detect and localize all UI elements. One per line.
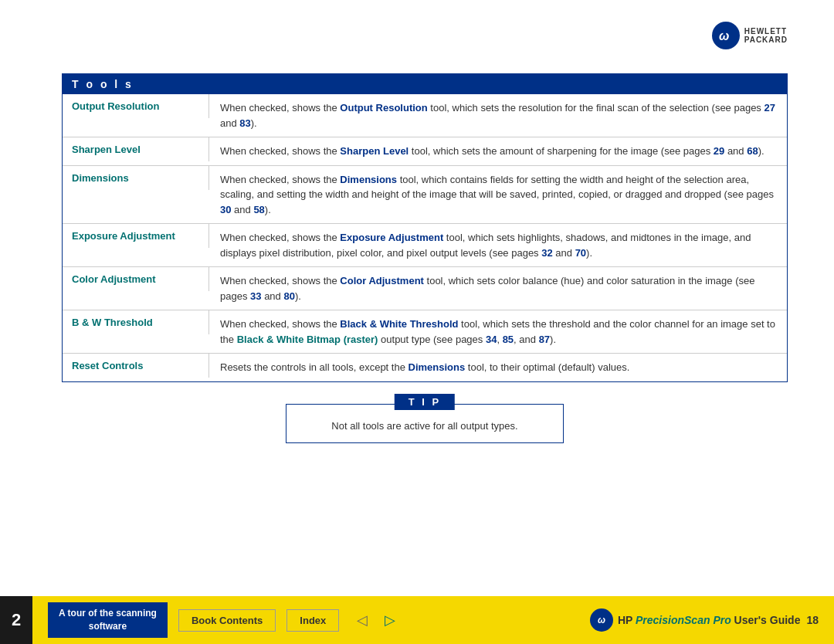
tip-header: T I P — [395, 394, 455, 410]
link-page-85[interactable]: 85 — [503, 334, 514, 345]
tool-name-color-adjustment: Color Adjustment — [63, 267, 209, 291]
hp-logo-line2: PACKARD — [744, 36, 788, 44]
prev-page-button[interactable]: ◁ — [350, 608, 375, 632]
book-contents-button[interactable]: Book Contents — [178, 609, 276, 632]
page-number-right: 18 — [806, 614, 819, 626]
hp-label: HP — [618, 614, 632, 626]
tool-name-exposure-adjustment: Exposure Adjustment — [63, 224, 209, 248]
link-page-30[interactable]: 30 — [220, 204, 231, 215]
right-arrow-icon: ▷ — [385, 612, 395, 629]
hp-logo-line1: HEWLETT — [744, 27, 788, 36]
nav-arrows: ◁ ▷ — [350, 608, 402, 632]
link-sharpen-level[interactable]: Sharpen Level — [340, 145, 409, 157]
tip-area: T I P Not all tools are active for all o… — [62, 404, 788, 443]
section-label-line2: software — [59, 620, 157, 633]
guide-text: User's Guide — [734, 614, 801, 626]
table-row: Exposure Adjustment When checked, shows … — [63, 224, 787, 267]
product-name-text: PrecisionScan Pro — [636, 614, 731, 626]
hp-brand-text: HP PrecisionScan Pro User's Guide — [618, 614, 801, 626]
link-page-34[interactable]: 34 — [486, 334, 497, 345]
tip-box: T I P Not all tools are active for all o… — [286, 404, 564, 443]
link-bw-threshold[interactable]: Black & White Threshold — [340, 318, 458, 330]
next-page-button[interactable]: ▷ — [378, 608, 402, 632]
bottom-right-area: ω HP PrecisionScan Pro User's Guide 18 — [587, 608, 819, 632]
product-name: PrecisionScan Pro — [636, 614, 731, 626]
tool-name-dimensions: Dimensions — [63, 166, 209, 190]
tools-table: T o o l s Output Resolution When checked… — [62, 73, 788, 382]
hp-logo-text: HEWLETT PACKARD — [744, 27, 788, 44]
hp-logo-circle: ω — [712, 22, 740, 49]
link-output-resolution[interactable]: Output Resolution — [340, 102, 427, 114]
table-row: Dimensions When checked, shows the Dimen… — [63, 166, 787, 225]
tool-desc-dimensions: When checked, shows the Dimensions tool,… — [209, 166, 787, 224]
section-label-button[interactable]: A tour of the scanning software — [48, 602, 168, 638]
tool-desc-exposure-adjustment: When checked, shows the Exposure Adjustm… — [209, 224, 787, 266]
table-row: Color Adjustment When checked, shows the… — [63, 267, 787, 310]
hp-brand: ω HP PrecisionScan Pro User's Guide — [590, 608, 801, 632]
index-button[interactable]: Index — [286, 609, 339, 632]
link-page-87[interactable]: 87 — [539, 334, 550, 345]
link-page-68[interactable]: 68 — [747, 145, 758, 157]
tool-name-reset-controls: Reset Controls — [63, 354, 209, 378]
link-color-adjustment[interactable]: Color Adjustment — [340, 275, 424, 286]
link-reset-dimensions[interactable]: Dimensions — [409, 361, 466, 373]
hp-brand-circle: ω — [590, 608, 613, 632]
tool-desc-output-resolution: When checked, shows the Output Resolutio… — [209, 94, 787, 137]
page-wrapper: ω HEWLETT PACKARD T o o l s Output Resol… — [0, 0, 834, 644]
link-dimensions[interactable]: Dimensions — [340, 174, 397, 185]
link-page-29[interactable]: 29 — [714, 145, 724, 157]
tool-desc-reset-controls: Resets the controls in all tools, except… — [209, 354, 787, 381]
tools-header: T o o l s — [63, 74, 787, 94]
bottom-nav-bar: 2 A tour of the scanning software Book C… — [0, 596, 834, 644]
table-row: Reset Controls Resets the controls in al… — [63, 354, 787, 381]
tool-desc-bw-threshold: When checked, shows the Black & White Th… — [209, 310, 787, 353]
main-content: T o o l s Output Resolution When checked… — [62, 73, 788, 443]
link-exposure-adjustment[interactable]: Exposure Adjustment — [340, 232, 443, 243]
section-label-line1: A tour of the scanning — [59, 607, 157, 620]
guide-text-value: User's Guide — [734, 614, 801, 626]
link-page-32[interactable]: 32 — [541, 247, 552, 259]
tip-content: Not all tools are active for all output … — [286, 405, 563, 442]
page-number-left: 2 — [0, 596, 32, 644]
link-bw-bitmap[interactable]: Black & White Bitmap (raster) — [237, 334, 378, 345]
tool-desc-color-adjustment: When checked, shows the Color Adjustment… — [209, 267, 787, 310]
left-arrow-icon: ◁ — [357, 612, 368, 629]
tool-name-bw-threshold: B & W Threshold — [63, 310, 209, 334]
tool-name-sharpen-level: Sharpen Level — [63, 137, 209, 161]
tools-body: Output Resolution When checked, shows th… — [63, 94, 787, 381]
link-page-80[interactable]: 80 — [283, 290, 294, 302]
table-row: Output Resolution When checked, shows th… — [63, 94, 787, 137]
link-page-27[interactable]: 27 — [764, 102, 775, 114]
svg-text:ω: ω — [719, 29, 729, 42]
link-page-33[interactable]: 33 — [250, 290, 261, 302]
table-row: Sharpen Level When checked, shows the Sh… — [63, 137, 787, 166]
link-page-70[interactable]: 70 — [575, 247, 586, 259]
link-page-58[interactable]: 58 — [253, 204, 264, 215]
hp-logo: ω HEWLETT PACKARD — [712, 22, 788, 49]
tool-name-output-resolution: Output Resolution — [63, 94, 209, 118]
tool-desc-sharpen-level: When checked, shows the Sharpen Level to… — [209, 137, 787, 165]
table-row: B & W Threshold When checked, shows the … — [63, 310, 787, 354]
link-page-83[interactable]: 83 — [239, 117, 250, 129]
